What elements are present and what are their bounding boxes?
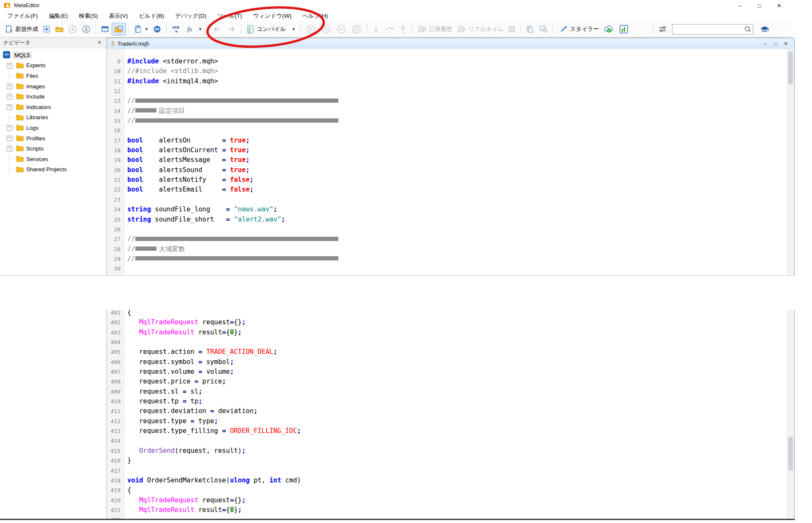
tree-item-services[interactable]: Services: [0, 154, 107, 164]
expand-icon[interactable]: +: [7, 125, 12, 131]
code-line-12[interactable]: 12: [108, 86, 787, 96]
code-line-30[interactable]: 30: [108, 264, 787, 274]
scrollbar-thumb[interactable]: [788, 52, 793, 85]
expand-icon[interactable]: +: [7, 104, 12, 110]
code-line-20[interactable]: 20bool alertsSound = true;: [108, 165, 787, 175]
search-options-button[interactable]: [656, 23, 669, 35]
copy-button[interactable]: [523, 23, 537, 35]
account-history-button[interactable]: 口座履歴: [415, 23, 454, 35]
code-line-21[interactable]: 21bool alertsNotify = false;: [108, 175, 787, 185]
code-line-421[interactable]: 421 MqlTradeResult result={0};: [108, 505, 787, 515]
code-line-23[interactable]: 23: [108, 195, 787, 205]
code-editor-1[interactable]: 9#include <stderror.mqh>10//#include <st…: [107, 49, 794, 275]
debug-pause-button[interactable]: [334, 23, 349, 35]
code-line-27[interactable]: 27//: [108, 234, 787, 244]
code-line-16[interactable]: 16: [108, 126, 787, 135]
expand-icon[interactable]: +: [7, 94, 12, 99]
code-line-403[interactable]: 403 MqlTradeResult result={0};: [108, 328, 787, 337]
code-line-408[interactable]: 408 request.price = price;: [108, 377, 787, 386]
code-line-418[interactable]: 418void OrderSendMarketclose(ulong pt, i…: [108, 476, 787, 485]
variables-button[interactable]: VAR: [169, 23, 184, 35]
code-line-14[interactable]: 14//設定項目: [108, 106, 787, 116]
tree-item-logs[interactable]: +Logs: [0, 123, 107, 133]
expand-icon[interactable]: +: [7, 63, 12, 68]
code-line-28[interactable]: 28//大域変数: [108, 244, 787, 254]
code-line-19[interactable]: 19bool alertsMessage = true;: [108, 155, 787, 165]
navigate-forward-button[interactable]: [224, 23, 239, 35]
vertical-scrollbar[interactable]: [787, 310, 794, 519]
code-line-420[interactable]: 420 MqlTradeRequest request={};: [108, 496, 787, 505]
search-input[interactable]: [672, 25, 744, 33]
document-close-button[interactable]: ✕: [781, 39, 791, 47]
tree-item-images[interactable]: +Images: [0, 81, 107, 92]
compile-button[interactable]: コンパイル ▼: [244, 23, 298, 35]
code-line-402[interactable]: 402 MqlTradeRequest request={};: [108, 318, 787, 327]
tree-item-files[interactable]: Files: [0, 71, 107, 81]
snippets-button[interactable]: [537, 23, 550, 35]
code-line-29[interactable]: 29//: [108, 254, 787, 264]
code-line-26[interactable]: 26: [108, 225, 787, 234]
code-line-411[interactable]: 411 request.deviation = deviation;: [108, 406, 787, 416]
tree-item-indicators[interactable]: +Indicators: [0, 102, 107, 112]
code-lines[interactable]: 9#include <stderror.mqh>10//#include <st…: [108, 57, 787, 275]
step-over-button[interactable]: [382, 23, 397, 35]
code-line-401[interactable]: 401{: [108, 310, 787, 318]
expand-icon[interactable]: +: [7, 136, 12, 141]
vertical-scrollbar[interactable]: [787, 49, 794, 275]
step-into-button[interactable]: [370, 23, 382, 35]
new-file-button[interactable]: 新規作成: [3, 23, 40, 35]
expand-icon[interactable]: +: [7, 84, 12, 89]
code-line-410[interactable]: 410 request.tp = tp;: [108, 397, 787, 406]
code-line-419[interactable]: 419{: [108, 485, 787, 495]
realtime-button[interactable]: リアルタイム: [454, 23, 506, 35]
debug-start-button[interactable]: [318, 23, 334, 35]
search-icon[interactable]: [744, 25, 752, 33]
menu-item-6[interactable]: ツール(T): [212, 11, 247, 21]
code-line-422[interactable]: 422: [108, 515, 787, 519]
new-window-button[interactable]: [40, 23, 53, 35]
tree-item-include[interactable]: +Include: [0, 91, 107, 102]
step-out-button[interactable]: [397, 23, 409, 35]
code-line-407[interactable]: 407 request.volume = volume;: [108, 367, 787, 377]
maximize-button[interactable]: □: [749, 0, 769, 11]
document-minimize-button[interactable]: –: [760, 39, 771, 47]
code-line-409[interactable]: 409 request.sl = sl;: [108, 387, 787, 397]
code-line-10[interactable]: 10//#include <stdlib.mqh>: [108, 66, 787, 76]
tree-root-mql5[interactable]: <> MQL5: [0, 50, 107, 60]
menu-item-8[interactable]: ヘルプ(H): [297, 11, 333, 21]
menu-item-0[interactable]: ファイル(F): [2, 11, 44, 21]
paste-button[interactable]: ▼: [132, 23, 151, 35]
code-line-25[interactable]: 25string soundFile_short = "alert2.wav";: [108, 215, 787, 225]
code-line-415[interactable]: 415 OrderSend(request, result);: [108, 446, 787, 456]
code-line-22[interactable]: 22bool alertsEmail = false;: [108, 185, 787, 194]
code-line-413[interactable]: 413 request.type_filling = ORDER_FILLING…: [108, 426, 787, 436]
menu-item-1[interactable]: 編集(E): [44, 11, 74, 21]
code-editor-2[interactable]: 401{402 MqlTradeRequest request={};403 M…: [107, 310, 795, 519]
code-line-414[interactable]: 414: [108, 436, 787, 446]
close-button[interactable]: ✕: [769, 0, 789, 11]
code-line-412[interactable]: 412 request.type = type;: [108, 416, 787, 426]
code-line-416[interactable]: 416}: [108, 456, 787, 465]
menu-item-7[interactable]: ウィンドウ(W): [247, 11, 297, 21]
code-line-17[interactable]: 17bool alertsOn = true;: [108, 136, 787, 145]
scrollbar-thumb[interactable]: [788, 437, 793, 471]
tree-item-experts[interactable]: +Experts: [0, 60, 107, 71]
code-lines[interactable]: 401{402 MqlTradeRequest request={};403 M…: [108, 310, 787, 519]
show-window-button[interactable]: [99, 23, 112, 35]
navigator-close-icon[interactable]: ✕: [96, 39, 103, 46]
code-line-15[interactable]: 15//: [108, 116, 787, 126]
chart-button[interactable]: [617, 23, 631, 35]
code-line-18[interactable]: 18bool alertsOnCurrent = true;: [108, 145, 787, 155]
compile-dropdown-caret[interactable]: ▼: [292, 27, 296, 31]
code-line-417[interactable]: 417: [108, 466, 787, 476]
minimize-button[interactable]: –: [730, 0, 749, 11]
help-education-button[interactable]: [757, 23, 772, 35]
code-line-404[interactable]: 404: [108, 337, 787, 347]
menu-item-3[interactable]: 表示(V): [104, 11, 134, 21]
functions-button[interactable]: fx ▼: [184, 23, 204, 35]
paste-dropdown-caret[interactable]: ▼: [145, 27, 148, 31]
menu-item-5[interactable]: デバッグ(D): [170, 11, 212, 21]
tree-item-libraries[interactable]: Libraries: [0, 112, 107, 123]
menu-item-2[interactable]: 検索(S): [74, 11, 104, 21]
save-all-button[interactable]: [80, 23, 93, 35]
